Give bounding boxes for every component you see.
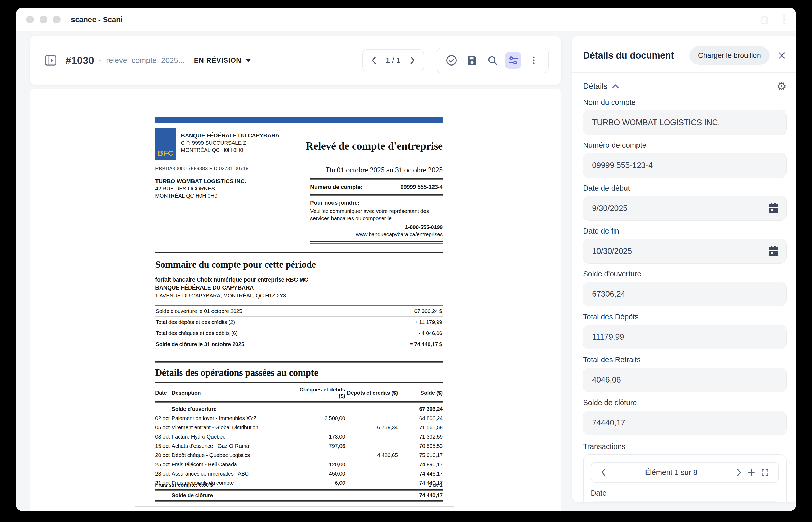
field-input[interactable]: 09999 555-123-4	[583, 153, 787, 178]
op-description: Dépôt chèque - Quebec Logistics	[172, 452, 296, 458]
op-date: 25 oct	[155, 461, 172, 467]
op-debit: 173,00	[296, 434, 345, 440]
field-value: 74440,17	[592, 418, 625, 427]
save-icon[interactable]	[464, 52, 480, 68]
operations-table: 02 oct Paiement de loyer - Immeubles XYZ…	[155, 414, 443, 487]
operation-row: 15 oct Achats d'essence - Gaz-O-Rama 797…	[155, 441, 443, 450]
field-label: Nom du compte	[583, 98, 787, 107]
field-input[interactable]: 10/30/2025	[583, 239, 787, 264]
summary-row-value: + 11 179,99	[415, 319, 442, 325]
summary-row-value: = 74 440,17 $	[410, 341, 442, 347]
bank-address-line: C P. 9999 SUCCURSALE Z	[181, 139, 279, 146]
fields-settings-icon[interactable]	[505, 52, 521, 68]
operation-row: 05 oct Virement entrant - Global Distrib…	[155, 423, 443, 432]
summary-plan: forfait bancaire Choix numérique pour en…	[155, 276, 443, 284]
bank-address-line: MONTRÉAL QC H0H 0H0	[181, 146, 279, 154]
sidebar-toggle-icon[interactable]	[44, 54, 57, 67]
summary-row-label: Solde d'ouverture le 01 octobre 2025	[156, 308, 242, 314]
summary-row-value: - 4 046,06	[418, 330, 442, 336]
field-value: 11179,99	[592, 333, 624, 342]
validate-check-icon[interactable]	[443, 52, 460, 68]
field-value: 4046,06	[592, 375, 621, 385]
field-value: 67306,24	[592, 289, 625, 299]
next-item-icon[interactable]	[734, 468, 745, 476]
field-input[interactable]: 67306,24	[583, 282, 787, 306]
add-item-icon[interactable]	[745, 468, 758, 477]
document-viewer: BFC BANQUE FÉDÉRALE DU CAPYBARA C P. 999…	[29, 88, 561, 511]
detail-field: Date de fin 10/30/2025	[583, 227, 787, 264]
field-input[interactable]: TURBO WOMBAT LOGISTICS INC.	[583, 110, 787, 135]
document-filename[interactable]: releve_compte_2025...	[106, 56, 184, 65]
details-panel: Détails du document Charger le brouillon…	[572, 36, 796, 502]
col-debits: Chèques et débits ($)	[296, 387, 345, 399]
field-input[interactable]: 9/30/2025	[583, 196, 787, 221]
detail-field: Total des Dépôts 11179,99	[583, 313, 787, 349]
op-balance: 71 392,59	[398, 434, 443, 440]
field-label: Total des Dépôts	[583, 313, 787, 321]
detail-field: Date de début 9/30/2025	[583, 184, 787, 221]
field-label: Solde de clôture	[583, 398, 787, 407]
field-label: Date de fin	[583, 227, 787, 235]
field-label: Solde d'ouverture	[583, 270, 787, 278]
statement-page[interactable]: BFC BANQUE FÉDÉRALE DU CAPYBARA C P. 999…	[135, 98, 454, 507]
traffic-light-close[interactable]	[26, 16, 34, 23]
window-title: scanee - Scani	[71, 15, 123, 24]
col-date: Date	[155, 390, 172, 396]
summary-row-value: 67 306,24 $	[414, 308, 442, 314]
op-description: Facture Hydro Québec	[172, 434, 296, 440]
statement-period: Du 01 octobre 2025 au 31 octobre 2025	[326, 166, 443, 174]
transactions-pager: Élément 1 sur 8	[591, 462, 779, 483]
statement-title: Relevé de compte d'entreprise	[306, 128, 443, 160]
search-icon[interactable]	[484, 52, 501, 68]
expand-icon[interactable]	[758, 468, 772, 477]
field-input[interactable]: 10/1/2025	[591, 501, 779, 502]
op-debit: 450,00	[296, 470, 345, 477]
field-input[interactable]: 74440,17	[583, 410, 787, 435]
status-dropdown[interactable]: EN RÉVISION	[194, 57, 251, 64]
details-fields: Nom du compte TURBO WOMBAT LOGISTICS INC…	[583, 98, 787, 435]
more-options-kebab-icon[interactable]	[526, 52, 542, 68]
next-page-icon[interactable]	[407, 52, 418, 68]
load-draft-button[interactable]: Charger le brouillon	[689, 46, 770, 65]
op-date: 28 oct	[155, 470, 172, 477]
operation-row: 02 oct Paiement de loyer - Immeubles XYZ…	[155, 414, 443, 423]
op-credit: 6 759,34	[345, 424, 398, 430]
op-balance: 74 446,17	[398, 470, 443, 477]
traffic-light-minimize[interactable]	[40, 16, 47, 23]
prev-item-icon[interactable]	[598, 468, 609, 476]
chevron-up-icon[interactable]	[612, 83, 619, 89]
window-menu-kebab-icon[interactable]	[783, 14, 786, 25]
field-label: Date de début	[583, 184, 787, 193]
op-debit: 797,06	[296, 443, 345, 449]
contact-line: Veuillez communiquer avec votre représen…	[310, 207, 443, 215]
close-panel-icon[interactable]	[777, 51, 787, 60]
field-input[interactable]: 4046,06	[583, 368, 787, 392]
document-id: #1030	[65, 55, 94, 66]
statement-code: RBBDA30000 7559883 F D 02781 00716	[155, 166, 249, 172]
summary-row: Total des chèques et des débits (6) - 4 …	[155, 328, 443, 339]
op-balance: 70 595,53	[398, 443, 443, 449]
traffic-light-maximize[interactable]	[53, 16, 61, 23]
field-value: 09999 555-123-4	[592, 161, 653, 170]
calendar-icon[interactable]	[768, 203, 778, 214]
summary-heading: Sommaire du compte pour cette période	[155, 259, 443, 270]
field-input[interactable]: 11179,99	[583, 325, 787, 349]
op-description: Assurances commerciales - ABC	[172, 470, 296, 477]
transaction-fields: Date 10/1/2025	[591, 489, 779, 502]
op-description: Paiement de loyer - Immeubles XYZ	[172, 415, 296, 421]
closing-balance: 74 440,17	[398, 492, 443, 498]
operations-opening-row: Solde d'ouverture 67 306,24	[155, 404, 443, 414]
gear-icon[interactable]: ⚙	[776, 81, 787, 92]
field-label: Numéro de compte	[583, 141, 787, 149]
prev-page-icon[interactable]	[368, 52, 379, 68]
transactions-pager-text: Élément 1 sur 8	[609, 468, 734, 477]
calendar-icon[interactable]	[768, 246, 778, 257]
operations-heading: Détails des opérations passées au compte	[155, 367, 443, 378]
op-balance: 74 896,17	[398, 461, 443, 467]
extension-puzzle-icon[interactable]	[759, 14, 771, 25]
op-date: 05 oct	[155, 424, 172, 430]
bank-logo: BFC	[155, 128, 176, 160]
detail-field: Nom du compte TURBO WOMBAT LOGISTICS INC…	[583, 98, 787, 135]
op-date: 20 oct	[155, 452, 172, 458]
contact-phone: 1-800-555-0199	[310, 223, 443, 231]
